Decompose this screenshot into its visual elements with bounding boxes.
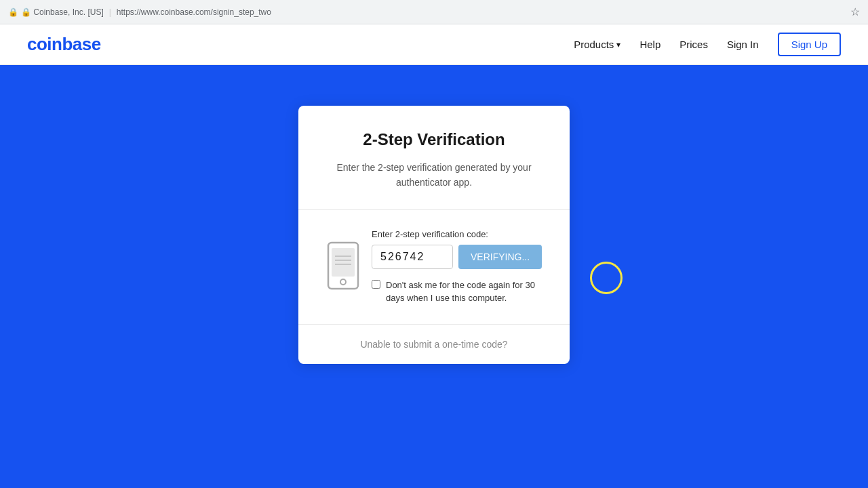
verifying-button[interactable]: VERIFYING... [458, 245, 542, 269]
remember-checkbox[interactable] [372, 280, 380, 289]
card-title: 2-Step Verification [326, 130, 542, 149]
browser-bar: 🔒 🔒 Coinbase, Inc. [US] | https://www.co… [0, 0, 868, 24]
phone-icon [326, 241, 361, 290]
card-description: Enter the 2-step verification generated … [326, 160, 542, 190]
nav-signin[interactable]: Sign In [727, 39, 759, 50]
bookmark-icon[interactable]: ☆ [850, 5, 860, 18]
svg-rect-1 [332, 248, 355, 277]
card-body: Enter 2-step verification code: VERIFYIN… [298, 210, 570, 325]
remember-checkbox-row: Don't ask me for the code again for 30 d… [372, 279, 542, 305]
navbar: coinbase Products Help Prices Sign In Si… [0, 24, 868, 65]
input-btn-row: VERIFYING... [372, 245, 542, 269]
site-identity: 🔒 Coinbase, Inc. [US] [21, 7, 104, 17]
nav-signup[interactable]: Sign Up [778, 33, 841, 56]
lock-icon: 🔒 [8, 7, 18, 17]
url-separator: | [109, 7, 111, 17]
browser-lock: 🔒 🔒 Coinbase, Inc. [US] | https://www.co… [8, 7, 271, 17]
nav-products[interactable]: Products [574, 39, 620, 50]
svg-point-5 [340, 279, 346, 285]
remember-label[interactable]: Don't ask me for the code again for 30 d… [386, 279, 542, 305]
form-fields: Enter 2-step verification code: VERIFYIN… [372, 229, 542, 305]
cursor-indicator [590, 262, 623, 294]
form-row: Enter 2-step verification code: VERIFYIN… [326, 229, 542, 305]
unable-to-submit-link[interactable]: Unable to submit a one-time code? [360, 339, 507, 350]
card-footer: Unable to submit a one-time code? [298, 325, 570, 364]
nav-prices[interactable]: Prices [679, 39, 708, 50]
code-label: Enter 2-step verification code: [372, 229, 542, 239]
card-header: 2-Step Verification Enter the 2-step ver… [298, 106, 570, 210]
verification-card: 2-Step Verification Enter the 2-step ver… [298, 106, 570, 364]
nav-links: Products Help Prices Sign In Sign Up [574, 33, 841, 56]
coinbase-logo[interactable]: coinbase [27, 34, 101, 55]
verification-code-input[interactable] [372, 245, 453, 269]
nav-help[interactable]: Help [639, 39, 660, 50]
main-content: 2-Step Verification Enter the 2-step ver… [0, 65, 868, 405]
browser-url: https://www.coinbase.com/signin_step_two [117, 7, 271, 17]
